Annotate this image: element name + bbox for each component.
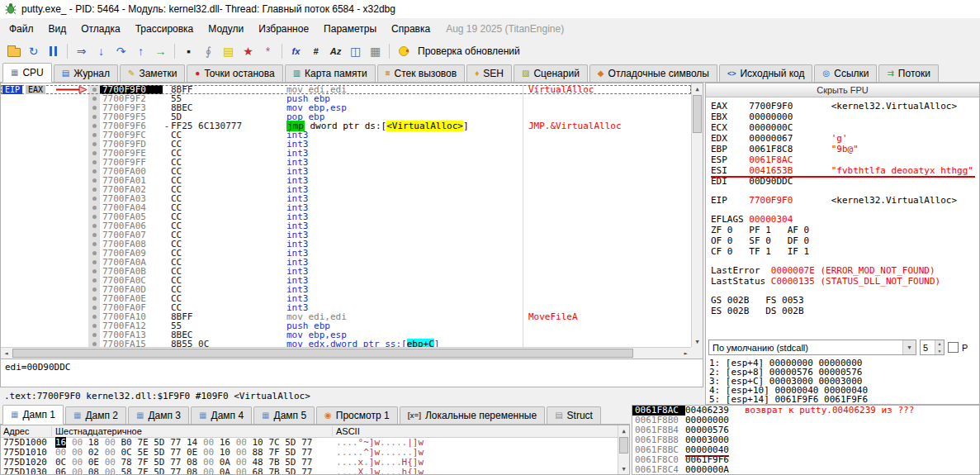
arg-count-spinner[interactable]: 5 ▲▼ bbox=[920, 340, 944, 355]
breakpoint-gutter[interactable] bbox=[88, 258, 100, 267]
dump-row[interactable]: 775D103006 00 08 00 58 7F 5D 77 08 00 0A… bbox=[1, 468, 618, 475]
breakpoint-gutter[interactable] bbox=[88, 321, 100, 330]
disasm-horizontal-scrollbar[interactable]: ◄ ► bbox=[1, 347, 691, 359]
tab-watch-1[interactable]: ◉Просмотр 1 bbox=[316, 406, 398, 424]
tab-symbols[interactable]: ◆Отладочные символы bbox=[589, 64, 717, 82]
spinner-arrows[interactable]: ▲▼ bbox=[935, 340, 944, 354]
breakpoint-gutter[interactable] bbox=[88, 94, 100, 103]
run-to-user-code-icon[interactable]: → bbox=[151, 42, 170, 60]
tab-source[interactable]: <>Исходный код bbox=[719, 64, 813, 82]
register-row[interactable]: EIP 7700F9F0 <kernel32.VirtualAlloc> bbox=[711, 195, 979, 206]
calling-convention-select[interactable]: По умолчанию (stdcall) ▼ bbox=[708, 340, 916, 355]
preferences-toolbar-icon[interactable]: * bbox=[258, 42, 277, 60]
tab-memory-map[interactable]: ▥Карта памяти bbox=[285, 64, 376, 82]
restart-icon[interactable]: ↻ bbox=[24, 42, 43, 60]
breakpoint-gutter[interactable] bbox=[88, 267, 100, 276]
breakpoint-gutter[interactable] bbox=[88, 149, 100, 158]
breakpoint-gutter[interactable] bbox=[88, 276, 100, 285]
graph-icon[interactable]: ◫ bbox=[346, 42, 365, 60]
scroll-left-icon[interactable]: ◄ bbox=[1, 348, 12, 359]
breakpoint-gutter[interactable] bbox=[88, 103, 100, 112]
spin-up-icon[interactable]: ▲ bbox=[935, 340, 944, 348]
unlocked-checkbox[interactable] bbox=[948, 342, 959, 353]
register-row[interactable]: EBP 0061F8C8 "9b@" bbox=[711, 144, 979, 154]
tab-dump-1[interactable]: ▦Дамп 1 bbox=[2, 405, 64, 425]
breakpoint-gutter[interactable] bbox=[88, 340, 100, 347]
breakpoint-gutter[interactable] bbox=[88, 285, 100, 294]
breakpoint-gutter[interactable] bbox=[88, 212, 100, 221]
tab-script[interactable]: ▨Сценарий bbox=[514, 64, 588, 82]
stack-row[interactable]: 0061F8C00061F9F6 bbox=[632, 455, 979, 465]
stack-arg-row[interactable]: 5: [esp+14] 0061F9F6 0061F9F6 bbox=[709, 395, 979, 404]
register-row[interactable]: OF 0 SF 0 DF 0 bbox=[711, 235, 979, 246]
breakpoint-gutter[interactable] bbox=[88, 194, 100, 203]
scroll-thumb[interactable] bbox=[693, 95, 702, 133]
disasm-vertical-scrollbar[interactable]: ▲ ▼ bbox=[691, 83, 703, 347]
step-into-icon[interactable]: ↓ bbox=[92, 42, 111, 60]
scroll-up-icon[interactable]: ▲ bbox=[618, 425, 629, 436]
breakpoint-gutter[interactable] bbox=[88, 221, 100, 230]
register-row[interactable]: LastError 0000007E (ERROR_MOD_NOT_FOUND) bbox=[711, 265, 979, 276]
menu-view[interactable]: Вид bbox=[41, 20, 74, 38]
dump-header-ascii[interactable]: ASCII bbox=[333, 426, 618, 436]
tab-dump-2[interactable]: ▦Дамп 2 bbox=[65, 406, 126, 424]
breakpoint-gutter[interactable] bbox=[88, 112, 100, 121]
breakpoint-gutter[interactable] bbox=[88, 158, 100, 167]
register-row[interactable]: EDI 00D90DDC bbox=[711, 176, 979, 187]
favourites-toolbar-icon[interactable]: ★ bbox=[239, 42, 258, 60]
register-row[interactable]: ECX 0000000C bbox=[711, 122, 979, 133]
tab-breakpoints[interactable]: ●Точки останова bbox=[187, 64, 282, 82]
command-terminal-icon[interactable]: ▪ bbox=[179, 42, 198, 60]
breakpoint-gutter[interactable] bbox=[88, 185, 100, 194]
menu-help[interactable]: Справка bbox=[384, 20, 438, 38]
tab-notes[interactable]: ✎Заметки bbox=[120, 64, 185, 82]
register-row[interactable]: EBX 00000000 bbox=[711, 112, 979, 122]
menu-options[interactable]: Параметры bbox=[316, 20, 384, 38]
step-out-icon[interactable]: ↑ bbox=[131, 42, 150, 60]
register-row[interactable]: ZF 0 PF 1 AF 0 bbox=[711, 225, 979, 235]
functions-fx-icon[interactable]: fx bbox=[286, 42, 305, 60]
dump-header-address[interactable]: Адрес bbox=[1, 426, 52, 436]
tab-references[interactable]: ◎Ссылки bbox=[814, 64, 877, 82]
register-row[interactable]: EAX 7700F9F0 <kernel32.VirtualAlloc> bbox=[711, 101, 979, 112]
notes-toolbar-icon[interactable]: ▤ bbox=[219, 42, 238, 60]
scroll-thumb[interactable] bbox=[12, 349, 633, 358]
stack-row[interactable]: 0061F8B400000576 bbox=[632, 425, 979, 435]
dump-vertical-scrollbar[interactable]: ▲ ▼ bbox=[618, 425, 629, 474]
disasm-row[interactable]: 7700FA158B55 0Cmov edx,dword ptr ss:[ebp… bbox=[1, 340, 691, 347]
breakpoint-gutter[interactable] bbox=[88, 312, 100, 321]
tab-call-stack[interactable]: ≡Стек вызовов bbox=[377, 64, 465, 82]
breakpoint-gutter[interactable] bbox=[88, 303, 100, 312]
scroll-down-icon[interactable]: ▼ bbox=[618, 463, 629, 474]
breakpoint-gutter[interactable] bbox=[88, 249, 100, 258]
dump-header-hex[interactable]: Шестнадцатеричное bbox=[52, 426, 333, 436]
breakpoint-gutter[interactable] bbox=[88, 240, 100, 249]
menu-debug[interactable]: Отладка bbox=[73, 20, 127, 38]
chevron-down-icon[interactable]: ▼ bbox=[902, 340, 916, 354]
menu-modules[interactable]: Модули bbox=[201, 20, 251, 38]
register-row[interactable]: EFLAGS 00000304 bbox=[711, 214, 979, 225]
breakpoint-gutter[interactable] bbox=[88, 167, 100, 176]
tab-seh[interactable]: ♦SEH bbox=[466, 64, 512, 82]
tab-dump-5[interactable]: ▦Дамп 5 bbox=[253, 406, 315, 424]
register-row[interactable]: ESP 0061F8AC bbox=[711, 154, 979, 165]
breakpoint-gutter[interactable] bbox=[88, 203, 100, 212]
breakpoint-gutter[interactable] bbox=[88, 294, 100, 303]
stack-row[interactable]: 0061F8B000000000 bbox=[632, 416, 979, 425]
step-over-icon[interactable]: ↷ bbox=[111, 42, 130, 60]
tab-struct[interactable]: ▤Struct bbox=[547, 406, 601, 424]
breakpoint-gutter[interactable] bbox=[88, 230, 100, 240]
stack-row[interactable]: 0061F8AC00406239возврат к putty.00406239… bbox=[632, 406, 979, 416]
register-row[interactable]: ESI 0041653B "fvbthtlfa deooatyx hthgg" bbox=[711, 165, 975, 176]
breakpoint-gutter[interactable] bbox=[88, 121, 100, 131]
paperclip-icon[interactable]: ∮ bbox=[199, 42, 218, 60]
menu-favourites[interactable]: Избранное bbox=[251, 20, 316, 38]
update-check-icon[interactable] bbox=[394, 42, 413, 60]
pause-icon[interactable] bbox=[44, 42, 63, 60]
tab-dump-4[interactable]: ▦Дамп 4 bbox=[191, 406, 252, 424]
tab-threads[interactable]: ⇉Потоки bbox=[878, 64, 938, 82]
tab-cpu[interactable]: ▦CPU bbox=[2, 63, 52, 83]
stack-row[interactable]: 0061F8BC00000040 bbox=[632, 445, 979, 455]
stack-row[interactable]: 0061F8B800003000 bbox=[632, 435, 979, 445]
breakpoint-gutter[interactable] bbox=[88, 330, 100, 340]
